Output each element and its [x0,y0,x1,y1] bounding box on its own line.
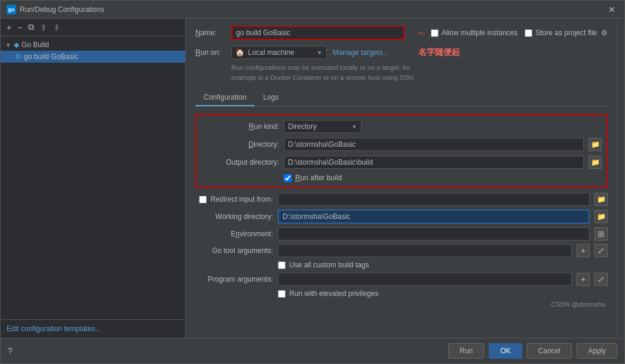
go-build-group-icon: ◆ [14,41,19,49]
title-bar: go Run/Debug Configurations ✕ [1,1,624,18]
redirect-input-checkbox[interactable] [199,196,207,203]
run-kind-label: Run kind: [201,122,279,131]
run-kind-dropdown[interactable]: Directory ▼ [284,120,361,133]
tabs-row: Configuration Logs [195,90,608,107]
run-kind-value: Directory [288,122,317,131]
tree-item-go-build-gobasic[interactable]: ⚙ go build GoBasic [1,51,185,63]
directory-label: Directory: [201,140,279,149]
apply-button[interactable]: Apply [577,343,617,359]
run-kind-dropdown-arrow: ▼ [351,124,357,130]
right-panel: Name: ← Allow multiple instances Store a… [186,18,617,338]
run-elevated-label: Run with elevated privileges [289,289,378,298]
left-toolbar: + − ⧉ ⬆ ⬇ [1,18,185,36]
go-tool-args-expand-button[interactable]: ⤢ [595,244,608,257]
directory-input[interactable] [284,138,584,151]
run-on-value: Local machine [248,48,294,57]
app-icon: go [7,5,16,14]
remove-config-button[interactable]: − [15,21,24,33]
gear-icon: ⚙ [601,29,608,37]
left-panel: + − ⧉ ⬆ ⬇ ▼ ◆ Go Build ⚙ go build GoBasi… [1,18,186,338]
run-after-build-checkbox[interactable] [284,174,292,182]
store-as-project-label: Store as project file [535,29,597,37]
working-dir-browse-button[interactable]: 📁 [595,210,608,223]
environment-input[interactable] [278,227,590,240]
run-on-dropdown[interactable]: 🏠 Local machine ▼ [231,46,327,59]
redirect-input-browse-button[interactable]: 📁 [595,193,608,206]
move-up-button[interactable]: ⬆ [38,21,50,33]
dropdown-arrow-icon: ▼ [317,50,323,56]
right-section: Name: ← Allow multiple instances Store a… [186,18,624,338]
config-item-icon: ⚙ [15,53,22,61]
edit-templates-link[interactable]: Edit configuration templates... [1,319,185,338]
info-text: Run configurations may be executed local… [231,63,608,82]
tab-logs[interactable]: Logs [255,90,287,106]
manage-targets-link[interactable]: Manage targets... [333,48,388,57]
environment-options-button[interactable]: ⊞ [595,227,608,240]
name-row-container: Name: ← Allow multiple instances Store a… [195,26,608,40]
run-kind-row: Run kind: Directory ▼ [201,120,602,133]
header-checkboxes: Allow multiple instances Store as projec… [431,29,608,37]
working-dir-input[interactable] [278,209,590,224]
main-content: + − ⧉ ⬆ ⬇ ▼ ◆ Go Build ⚙ go build GoBasi… [1,18,624,338]
store-as-project-checkbox-item: Store as project file ⚙ [525,29,608,37]
working-dir-label: Working directory: [195,212,273,221]
config-tree: ▼ ◆ Go Build ⚙ go build GoBasic [1,36,185,319]
cancel-button[interactable]: Cancel [527,343,572,359]
output-dir-browse-button[interactable]: 📁 [589,156,602,169]
bottom-buttons: Run OK Cancel Apply [448,343,617,359]
redirect-input-label: Redirect input from: [210,195,273,203]
redirect-input-field[interactable] [278,193,590,206]
chinese-note: 名字随便起 [418,47,460,58]
ok-button[interactable]: OK [489,343,522,359]
name-input[interactable] [231,26,405,40]
go-tool-args-input[interactable] [278,244,572,257]
arrow-annotation: ← [416,27,427,39]
allow-multiple-checkbox-item: Allow multiple instances [431,29,517,37]
config-section-bordered: Run kind: Directory ▼ Directory: 📁 [195,114,608,188]
output-dir-row: Output directory: 📁 [201,156,602,169]
output-dir-input[interactable] [284,156,584,169]
use-custom-tags-row: Use all custom build tags [278,261,608,269]
program-args-expand-button[interactable]: ⤢ [595,273,608,286]
working-dir-row: Working directory: 📁 [195,209,608,224]
go-tool-args-row: Go tool arguments: + ⤢ [195,244,608,257]
tree-group-item-go-build[interactable]: ▼ ◆ Go Build [1,39,185,51]
chevron-icon: ▼ [5,42,11,48]
program-args-row: Program arguments: + ⤢ [195,273,608,286]
environment-label: Environment: [195,230,273,238]
allow-multiple-checkbox[interactable] [431,29,439,37]
run-after-build-row: Run after build [284,174,602,182]
go-tool-args-plus-button[interactable]: + [577,244,590,257]
move-down-button[interactable]: ⬇ [51,21,63,33]
help-button[interactable]: ? [8,346,13,356]
run-on-label: Run on: [195,48,225,57]
run-after-build-label: Run after build [295,174,342,182]
environment-row: Environment: ⊞ [195,227,608,240]
program-args-plus-button[interactable]: + [577,273,590,286]
watermark: CSDN @stormsha [551,301,605,308]
dialog-title: Run/Debug Configurations [20,5,104,14]
program-args-label: Program arguments: [195,275,273,283]
directory-browse-button[interactable]: 📁 [589,138,602,151]
bottom-bar: ? Run OK Cancel Apply [1,338,624,363]
use-custom-tags-label: Use all custom build tags [289,261,369,269]
program-args-input[interactable] [278,273,572,286]
add-config-button[interactable]: + [4,21,14,33]
run-elevated-checkbox[interactable] [278,290,286,298]
run-on-row: Run on: 🏠 Local machine ▼ Manage targets… [195,46,608,59]
tab-configuration[interactable]: Configuration [195,90,255,106]
scrollbar[interactable] [617,18,624,338]
run-button[interactable]: Run [448,343,484,359]
close-button[interactable]: ✕ [605,4,618,16]
directory-row: Directory: 📁 [201,138,602,151]
name-label: Name: [195,29,225,37]
output-dir-label: Output directory: [201,158,279,166]
store-as-project-checkbox[interactable] [525,29,532,37]
go-tool-args-label: Go tool arguments: [195,246,273,255]
run-elevated-row: Run with elevated privileges [278,289,608,298]
use-custom-tags-checkbox[interactable] [278,261,286,269]
redirect-input-row: Redirect input from: 📁 [195,193,608,206]
allow-multiple-label: Allow multiple instances [442,29,517,37]
go-build-gobasic-label: go build GoBasic [24,53,78,61]
copy-config-button[interactable]: ⧉ [26,21,36,33]
